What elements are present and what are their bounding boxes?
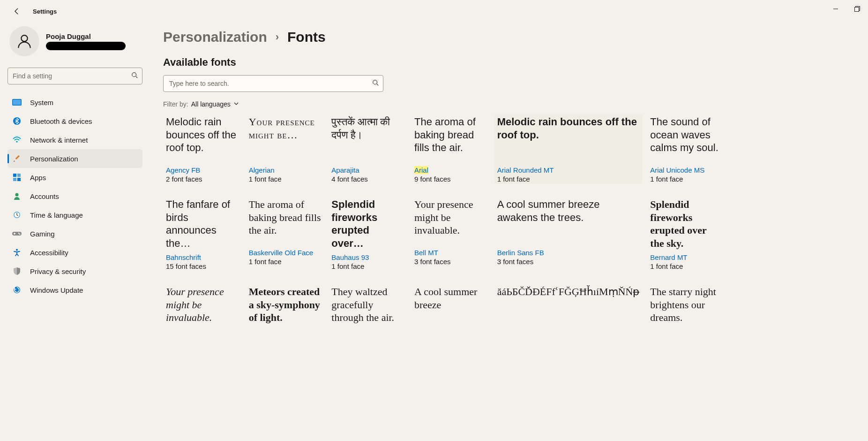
sidebar-item-system[interactable]: System <box>7 93 142 112</box>
svg-rect-14 <box>17 178 21 181</box>
breadcrumb: Personalization › Fonts <box>163 29 855 45</box>
font-card[interactable]: Meteors created a sky-symphony of light. <box>246 284 324 333</box>
sidebar-item-time[interactable]: Time & language <box>7 205 142 224</box>
sidebar-item-bluetooth[interactable]: Bluetooth & devices <box>7 112 142 130</box>
sidebar-item-apps[interactable]: Apps <box>7 168 142 187</box>
sidebar-item-label: Accounts <box>30 192 59 200</box>
svg-line-5 <box>136 76 138 78</box>
font-search-input[interactable] <box>163 75 383 92</box>
filter-dropdown[interactable]: Filter by: All languages <box>163 100 855 108</box>
maximize-button[interactable] <box>846 0 868 18</box>
search-icon <box>131 72 138 80</box>
font-card[interactable]: Your presence might be invaluable. <box>163 284 241 333</box>
font-sample: Splendid fireworks erupted over the sky. <box>650 198 723 250</box>
svg-point-4 <box>132 73 136 77</box>
font-faces: 2 font faces <box>166 175 239 183</box>
font-sample: The sound of ocean waves calms my soul. <box>650 115 723 162</box>
font-faces: 1 font face <box>249 258 322 266</box>
font-faces: 15 font faces <box>166 262 239 270</box>
font-card[interactable]: The starry night brightens our dreams. <box>647 284 726 333</box>
font-card[interactable]: Melodic rain bounces off the roof top.Ag… <box>163 114 241 184</box>
font-sample: The starry night brightens our dreams. <box>650 285 723 332</box>
font-name: Arial Unicode MS <box>650 166 723 174</box>
sidebar-item-label: Network & internet <box>30 136 88 144</box>
svg-rect-10 <box>15 155 20 160</box>
gaming-icon <box>12 229 22 238</box>
minimize-button[interactable] <box>825 0 846 18</box>
svg-rect-12 <box>17 174 21 177</box>
sidebar-item-network[interactable]: Network & internet <box>7 130 142 149</box>
app-title: Settings <box>33 8 57 15</box>
font-faces: 4 font faces <box>331 175 404 183</box>
sidebar-item-accounts[interactable]: Accounts <box>7 187 142 205</box>
svg-point-3 <box>21 35 27 41</box>
font-card[interactable]: The aroma of baking bread fills the air.… <box>246 197 324 271</box>
sidebar-item-label: Apps <box>30 174 46 182</box>
font-card[interactable]: A cool summer breeze awakens the trees.B… <box>494 197 643 271</box>
font-card[interactable]: Your presence might be…Algerian1 font fa… <box>246 114 324 184</box>
sidebar-item-update[interactable]: Windows Update <box>7 281 142 299</box>
sidebar-item-label: Time & language <box>30 211 83 219</box>
bluetooth-icon <box>12 116 22 126</box>
sidebar-item-label: Personalization <box>30 155 78 163</box>
filter-label: Filter by: <box>163 100 188 108</box>
settings-search-input[interactable] <box>7 68 142 84</box>
font-card[interactable]: The sound of ocean waves calms my soul.A… <box>647 114 726 184</box>
font-faces: 9 font faces <box>414 175 487 183</box>
font-card[interactable]: Splendid fireworks erupted over the sky.… <box>647 197 726 271</box>
sidebar-item-privacy[interactable]: Privacy & security <box>7 262 142 281</box>
privacy-icon <box>12 266 22 276</box>
font-sample: Your presence might be invaluable. <box>166 285 239 332</box>
sidebar-item-label: System <box>30 99 53 106</box>
breadcrumb-parent[interactable]: Personalization <box>163 29 267 45</box>
font-card[interactable]: A cool summer breeze <box>412 284 490 333</box>
back-button[interactable] <box>9 4 24 19</box>
user-block[interactable]: Pooja Duggal <box>7 23 142 64</box>
font-sample: Your presence might be invaluable. <box>414 198 487 245</box>
font-card[interactable]: Melodic rain bounces off the roof top.Ar… <box>494 114 643 184</box>
font-card[interactable]: They waltzed gracefully through the air. <box>329 284 407 333</box>
font-faces: 1 font face <box>650 262 723 270</box>
sidebar-item-label: Bluetooth & devices <box>30 117 92 125</box>
font-name: Bahnschrift <box>166 253 239 261</box>
breadcrumb-current: Fonts <box>287 29 326 45</box>
font-sample: Meteors created a sky-symphony of light. <box>249 285 322 332</box>
font-sample: Melodic rain bounces off the roof top. <box>497 115 640 162</box>
search-icon <box>372 79 379 88</box>
user-email-redacted <box>46 42 126 50</box>
sidebar-item-label: Gaming <box>30 230 55 238</box>
sidebar-item-accessibility[interactable]: Accessibility <box>7 243 142 262</box>
avatar <box>9 26 39 56</box>
font-name: Bell MT <box>414 249 487 257</box>
font-card[interactable]: Splendid fireworks erupted over…Bauhaus … <box>329 197 407 271</box>
font-sample: पुस्तकें आत्मा की दर्पण है। <box>331 115 404 162</box>
font-sample: They waltzed gracefully through the air. <box>331 285 404 332</box>
sidebar-item-label: Accessibility <box>30 249 68 257</box>
time-icon <box>12 210 22 220</box>
svg-point-23 <box>373 80 377 84</box>
font-name: Bernard MT <box>650 253 723 261</box>
font-card[interactable]: The aroma of baking bread fills the air.… <box>412 114 490 184</box>
svg-point-9 <box>16 141 18 143</box>
chevron-down-icon <box>233 100 239 108</box>
section-title: Available fonts <box>163 56 855 68</box>
svg-point-20 <box>19 234 20 235</box>
sidebar-item-personalization[interactable]: Personalization <box>7 149 142 168</box>
font-faces: 3 font faces <box>414 258 487 266</box>
font-card[interactable]: पुस्तकें आत्मा की दर्पण है।Aparajita4 fo… <box>329 114 407 184</box>
font-faces: 1 font face <box>331 262 404 270</box>
font-card[interactable]: The fanfare of birds announces the…Bahns… <box>163 197 241 271</box>
system-icon <box>12 98 22 107</box>
font-name: Agency FB <box>166 166 239 174</box>
svg-rect-11 <box>13 174 16 177</box>
svg-rect-7 <box>13 100 21 105</box>
svg-point-21 <box>16 249 18 251</box>
font-card[interactable]: Your presence might be invaluable.Bell M… <box>412 197 490 271</box>
sidebar-item-gaming[interactable]: Gaming <box>7 224 142 243</box>
font-faces: 1 font face <box>249 175 322 183</box>
font-name: Arial Rounded MT <box>497 166 640 174</box>
svg-point-15 <box>15 193 19 197</box>
sidebar-item-label: Privacy & security <box>30 267 86 275</box>
user-name: Pooja Duggal <box>46 32 126 40</box>
font-card[interactable]: ăáЬБČĎĐÉFfʿFĞĢĦȟıíΜṃŇŃᵽ <box>494 284 643 333</box>
